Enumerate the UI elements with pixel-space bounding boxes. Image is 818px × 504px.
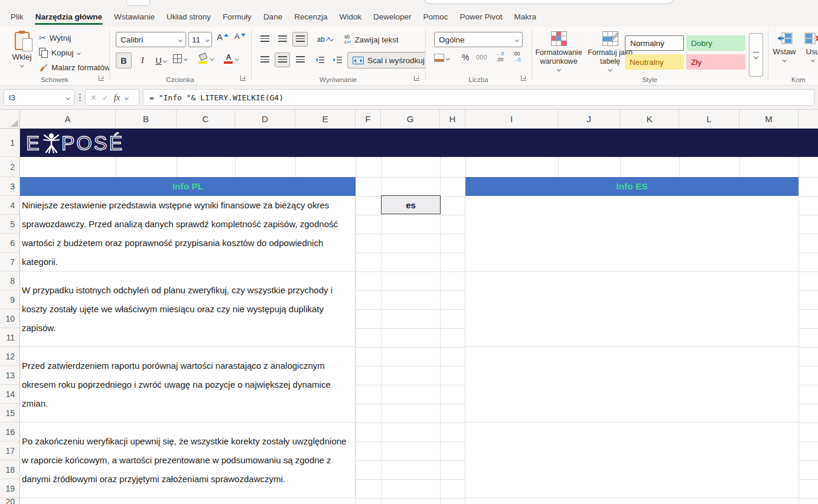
info-pl-header-cell[interactable]: Info PL xyxy=(20,177,356,196)
merged-cell-i8-m11[interactable] xyxy=(465,271,799,347)
font-size-combo[interactable]: 11 xyxy=(188,32,212,47)
number-dialog-launcher[interactable] xyxy=(521,76,526,81)
alignment-dialog-launcher[interactable] xyxy=(414,76,419,81)
column-header-j[interactable]: J xyxy=(558,110,620,128)
conditional-formatting-button[interactable]: Formatowanie warunkowe xyxy=(533,31,584,80)
font-color-button[interactable]: A xyxy=(224,53,239,64)
row-header-8[interactable]: 8 xyxy=(0,271,19,290)
increase-decimal-button[interactable]: ←0 .00 xyxy=(496,51,504,63)
wrap-text-button[interactable]: ab c↩ Zawijaj tekst xyxy=(344,32,399,47)
column-header-l[interactable]: L xyxy=(679,110,739,128)
row-header-19[interactable]: 19 xyxy=(0,479,19,498)
column-header-d[interactable]: D xyxy=(235,110,295,128)
row-header-14[interactable]: 14 xyxy=(0,385,19,404)
thousands-separator-button[interactable]: 000 xyxy=(476,54,487,61)
tab-plik[interactable]: Plik xyxy=(5,8,30,27)
paste-button[interactable]: Wklej xyxy=(8,30,36,76)
row-header-5[interactable]: 5 xyxy=(0,215,19,234)
percent-button[interactable]: % xyxy=(462,53,469,62)
cell-style-neutralny[interactable]: Neutralny xyxy=(625,54,684,70)
merge-center-button[interactable]: Scal i wyśrodkuj xyxy=(347,52,425,68)
merged-cell-i16-m19[interactable] xyxy=(465,423,799,498)
merged-cell-i12-m15[interactable] xyxy=(465,347,799,423)
column-header-e[interactable]: E xyxy=(295,110,356,128)
align-top-button[interactable] xyxy=(257,32,272,47)
tab-deweloper[interactable]: Deweloper xyxy=(367,8,418,27)
align-center-button[interactable] xyxy=(275,53,290,67)
merged-cell-a8-e11[interactable]: W przypadku istotnych odchyleń od planu … xyxy=(20,271,356,347)
orientation-button[interactable]: ab ↗ xyxy=(314,32,336,47)
row-header-20[interactable]: 20 xyxy=(0,498,19,504)
formula-input[interactable]: = "Info "& LITERY.WIELKIE(G4) xyxy=(143,89,814,106)
decrease-font-button[interactable]: A xyxy=(234,32,246,47)
row-header-13[interactable]: 13 xyxy=(0,366,19,385)
tab-recenzja[interactable]: Recenzja xyxy=(288,8,333,27)
tab-formuly[interactable]: Formuły xyxy=(217,8,258,27)
row-header-6[interactable]: 6 xyxy=(0,234,19,253)
merged-cell-i4-m7[interactable] xyxy=(465,196,799,271)
tab-power-pivot[interactable]: Power Pivot xyxy=(454,8,509,27)
tab-uklad-strony[interactable]: Układ strony xyxy=(161,8,217,27)
fill-color-button[interactable] xyxy=(198,53,214,64)
row-header-2[interactable]: 2 xyxy=(0,157,19,177)
select-all-corner[interactable] xyxy=(0,110,20,129)
tab-widok[interactable]: Widok xyxy=(333,8,367,27)
cell-style-zly[interactable]: Zły xyxy=(686,54,745,70)
column-header-h[interactable]: H xyxy=(440,110,465,128)
row-header-7[interactable]: 7 xyxy=(0,253,19,271)
copy-button[interactable]: Kopiuj xyxy=(39,46,80,59)
row-header-18[interactable]: 18 xyxy=(0,460,19,479)
search-box[interactable] xyxy=(423,0,674,4)
align-left-button[interactable] xyxy=(257,53,272,67)
column-header-g[interactable]: G xyxy=(381,110,440,128)
font-dialog-launcher[interactable] xyxy=(240,76,246,81)
column-g-cells[interactable] xyxy=(381,177,440,504)
column-header-i[interactable]: I xyxy=(465,110,558,128)
delete-cells-button[interactable]: Usu xyxy=(800,32,818,80)
increase-font-button[interactable]: A xyxy=(217,32,229,47)
column-header-c[interactable]: C xyxy=(177,110,235,128)
decrease-decimal-button[interactable]: .00 →0 xyxy=(513,51,520,63)
font-family-combo[interactable]: Calibri xyxy=(116,32,186,47)
clipboard-dialog-launcher[interactable] xyxy=(99,76,104,81)
format-painter-button[interactable]: Malarz formatów xyxy=(39,61,109,74)
merged-cell-a16-e19[interactable]: Po zakończeniu weryfikacji upewnij się, … xyxy=(20,423,356,498)
logo-banner-cell[interactable]: E POSÉ xyxy=(20,129,818,157)
name-box[interactable]: I3 xyxy=(4,89,74,106)
row-header-15[interactable]: 15 xyxy=(0,404,19,423)
cut-button[interactable]: ✂ Wytnij xyxy=(39,31,71,44)
tab-dane[interactable]: Dane xyxy=(258,8,288,27)
increase-indent-button[interactable] xyxy=(330,53,346,67)
column-header-b[interactable]: B xyxy=(116,110,177,128)
quick-access-toolbar[interactable] xyxy=(126,0,150,6)
enter-icon[interactable]: ✓ xyxy=(102,93,109,102)
align-right-button[interactable] xyxy=(292,53,308,67)
insert-cells-button[interactable]: Wstaw xyxy=(771,32,797,80)
column-header-k[interactable]: K xyxy=(620,110,679,128)
tab-pomoc[interactable]: Pomoc xyxy=(418,8,454,27)
insert-function-icon[interactable]: fx xyxy=(114,93,120,103)
tab-makra[interactable]: Makra xyxy=(509,8,543,27)
italic-button[interactable]: I xyxy=(135,53,151,68)
formula-bar-handle[interactable] xyxy=(79,93,81,102)
column-n-partial-cells[interactable] xyxy=(799,177,818,504)
cancel-icon[interactable]: ✕ xyxy=(90,93,97,102)
column-f-cells[interactable] xyxy=(356,177,381,504)
row-header-9[interactable]: 9 xyxy=(0,290,19,309)
merged-cell-a12-e15[interactable]: Przed zatwierdzeniem raportu porównaj wa… xyxy=(20,347,356,423)
styles-gallery-scrollbar[interactable] xyxy=(749,33,763,77)
number-format-combo[interactable]: Ogólne xyxy=(434,32,523,47)
column-header-a[interactable]: A xyxy=(20,110,116,128)
row-header-17[interactable]: 17 xyxy=(0,441,19,460)
align-bottom-button[interactable] xyxy=(292,32,308,47)
cell-style-normalny[interactable]: Normalny xyxy=(625,35,684,51)
row-header-12[interactable]: 12 xyxy=(0,347,19,366)
row-header-11[interactable]: 11 xyxy=(0,328,19,347)
row-header-16[interactable]: 16 xyxy=(0,423,19,441)
merged-cell-a4-e7[interactable]: Niniejsze zestawienie przedstawia wstępn… xyxy=(20,196,356,271)
tab-wstawianie[interactable]: Wstawianie xyxy=(108,8,161,27)
column-header-f[interactable]: F xyxy=(356,110,381,128)
row-header-10[interactable]: 10 xyxy=(0,309,19,328)
row-header-3[interactable]: 3 xyxy=(0,177,19,196)
cell-style-dobry[interactable]: Dobry xyxy=(686,35,745,51)
